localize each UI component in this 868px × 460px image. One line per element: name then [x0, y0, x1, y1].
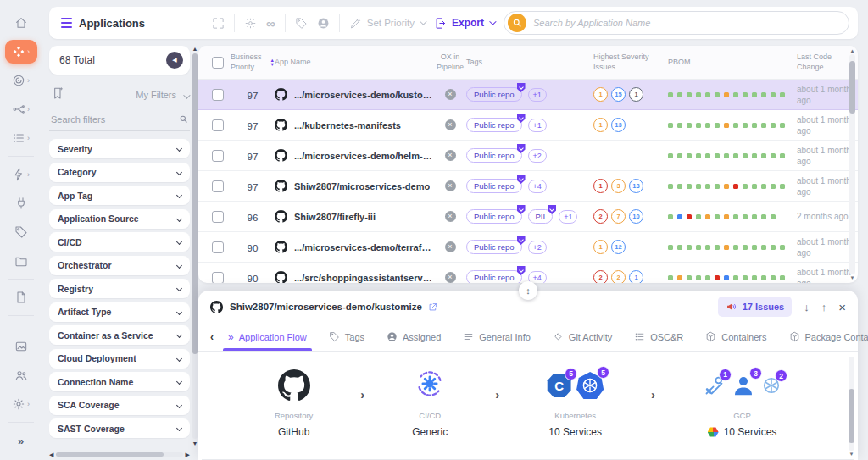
- external-link-icon[interactable]: [428, 302, 437, 312]
- panel-expand-up-icon[interactable]: ↑: [821, 302, 827, 313]
- rail-item-assets[interactable]: [5, 335, 37, 358]
- app-name-cell[interactable]: .../src/shoppingassistantservice: [275, 271, 434, 283]
- tabs-scroll-left-icon[interactable]: ‹: [207, 331, 217, 343]
- app-name-cell[interactable]: .../microservices-demo/helm-chart: [275, 149, 434, 162]
- panel-scrollbar[interactable]: ▼: [848, 357, 855, 457]
- severity-badge[interactable]: 2: [593, 209, 608, 224]
- scroll-down-icon[interactable]: ▼: [850, 275, 855, 280]
- tab-git-activity[interactable]: Git Activity: [553, 323, 612, 351]
- tab-osc-r[interactable]: OSC&R: [634, 323, 683, 351]
- severity-badge[interactable]: 10: [629, 209, 643, 224]
- rail-item-team[interactable]: [5, 363, 37, 387]
- app-name-cell[interactable]: .../microservices-demo/terraform: [275, 241, 434, 253]
- table-row[interactable]: 90.../src/shoppingassistantservice×Publi…: [198, 263, 858, 283]
- row-checkbox[interactable]: [212, 150, 224, 162]
- severity-badge[interactable]: 1: [593, 240, 608, 254]
- table-row[interactable]: 96Shiw2807/firefly-iii×Public repoPII+12…: [198, 202, 858, 232]
- severity-badge[interactable]: 1: [593, 179, 608, 193]
- rail-item-sbom[interactable]: ›: [5, 69, 37, 92]
- filter-ci-cd[interactable]: CI/CD: [49, 232, 190, 252]
- tag-pill-public-repo[interactable]: Public repo: [466, 148, 522, 163]
- flow-stage-ci-cd[interactable]: CI/CDGeneric: [412, 366, 448, 438]
- table-row[interactable]: 97Shiw2807/microservices-demo×Public rep…: [198, 171, 858, 202]
- tab-package-containers[interactable]: Package Containers: [789, 323, 868, 351]
- tag-pill-public-repo[interactable]: Public repo: [466, 270, 522, 283]
- flow-stage-kubernetes[interactable]: C55Kubernetes10 Services: [547, 366, 604, 438]
- search-input[interactable]: [533, 18, 845, 28]
- app-name-cell[interactable]: Shiw2807/microservices-demo: [275, 180, 434, 192]
- severity-badge[interactable]: 1: [593, 118, 608, 132]
- panel-close-icon[interactable]: ×: [838, 301, 846, 313]
- filter-connection-name[interactable]: Connection Name: [49, 372, 190, 391]
- filter-application-source[interactable]: Application Source: [49, 209, 190, 229]
- severity-badge[interactable]: 1: [629, 87, 643, 102]
- severity-badge[interactable]: 2: [593, 270, 608, 283]
- set-priority-button[interactable]: Set Priority: [349, 17, 425, 30]
- panel-collapse-down-icon[interactable]: ↓: [804, 302, 810, 313]
- filter-category[interactable]: Category: [49, 163, 190, 182]
- filter-sast-coverage[interactable]: SAST Coverage: [49, 418, 190, 438]
- scroll-left-icon[interactable]: ◀: [49, 452, 53, 457]
- bookmark-add-icon[interactable]: [51, 86, 64, 103]
- table-row[interactable]: 90.../microservices-demo/terraform×Publi…: [198, 232, 858, 263]
- table-scrollbar[interactable]: ▲ ▼: [849, 48, 856, 280]
- sidebar-hscrollbar[interactable]: ◀ ▶: [49, 450, 190, 458]
- filter-severity[interactable]: Severity: [49, 139, 190, 158]
- severity-badge[interactable]: 12: [611, 240, 626, 254]
- table-row[interactable]: 97.../microservices-demo/kustomize×Publi…: [198, 80, 858, 110]
- rail-item-applications[interactable]: ›: [5, 40, 37, 64]
- select-all-checkbox[interactable]: [212, 57, 224, 69]
- severity-badge[interactable]: 2: [611, 270, 626, 283]
- flow-stage-repository[interactable]: RepositoryGitHub: [275, 366, 313, 438]
- more-tags-pill[interactable]: +2: [528, 149, 547, 163]
- more-tags-pill[interactable]: +1: [528, 119, 547, 132]
- app-name-cell[interactable]: .../microservices-demo/kustomize: [275, 88, 434, 101]
- tag-pill-pii[interactable]: PII: [528, 209, 554, 224]
- table-row[interactable]: 97.../kubernetes-manifests×Public repo+1…: [198, 110, 858, 141]
- scroll-down-icon[interactable]: ▼: [192, 441, 198, 446]
- tag-icon[interactable]: [295, 17, 308, 30]
- row-checkbox[interactable]: [212, 272, 224, 284]
- tab-tags[interactable]: Tags: [329, 323, 364, 351]
- tab-general-info[interactable]: General Info: [463, 323, 531, 351]
- rail-item-connectors[interactable]: [5, 191, 37, 215]
- scroll-up-icon[interactable]: ▲: [850, 48, 855, 53]
- filter-container-as-a-service[interactable]: Container as a Service: [49, 325, 190, 345]
- my-filters-label[interactable]: My Filters: [136, 90, 176, 100]
- row-checkbox[interactable]: [212, 180, 224, 192]
- flow-stage-gcp[interactable]: 132GCP10 Services: [703, 366, 782, 438]
- sidebar-scrollbar[interactable]: ▲ ▼: [192, 46, 198, 446]
- app-name-cell[interactable]: .../kubernetes-manifests: [275, 119, 434, 131]
- more-tags-pill[interactable]: +1: [559, 210, 577, 224]
- chevron-down-icon[interactable]: [183, 91, 190, 98]
- search-button[interactable]: [508, 14, 526, 32]
- tag-pill-public-repo[interactable]: Public repo: [466, 87, 522, 102]
- rail-item-labels[interactable]: [5, 220, 37, 244]
- more-tags-pill[interactable]: +2: [528, 241, 547, 254]
- severity-badge[interactable]: 13: [629, 179, 643, 193]
- filter-orchestrator[interactable]: Orchestrator: [49, 256, 190, 275]
- row-checkbox[interactable]: [212, 241, 224, 253]
- scroll-up-icon[interactable]: ▲: [192, 46, 198, 52]
- rail-item-settings[interactable]: ›: [5, 392, 37, 416]
- tab-application-flow[interactable]: »Application Flow: [228, 323, 307, 351]
- rail-item-issues[interactable]: ›: [5, 126, 37, 150]
- collapse-sidebar-button[interactable]: ◀: [166, 52, 183, 69]
- rail-item-home[interactable]: [5, 11, 37, 35]
- person-icon[interactable]: [317, 17, 330, 30]
- severity-badge[interactable]: 1: [593, 87, 608, 102]
- app-name-cell[interactable]: Shiw2807/firefly-iii: [275, 210, 434, 223]
- tag-pill-public-repo[interactable]: Public repo: [466, 179, 522, 193]
- issues-badge[interactable]: 17 Issues: [718, 297, 793, 317]
- fullscreen-icon[interactable]: [212, 17, 225, 30]
- filter-cloud-deployment[interactable]: Cloud Deployment: [49, 349, 190, 369]
- tag-pill-public-repo[interactable]: Public repo: [466, 209, 522, 224]
- filter-registry[interactable]: Registry: [49, 279, 190, 298]
- rail-item-reports[interactable]: [5, 285, 37, 309]
- severity-badge[interactable]: 15: [611, 87, 626, 102]
- more-tags-pill[interactable]: +4: [528, 180, 547, 193]
- rail-item-projects[interactable]: [5, 249, 37, 273]
- tag-pill-public-repo[interactable]: Public repo: [466, 240, 522, 254]
- table-row[interactable]: 97.../microservices-demo/helm-chart×Publ…: [198, 141, 858, 171]
- row-checkbox[interactable]: [212, 89, 224, 101]
